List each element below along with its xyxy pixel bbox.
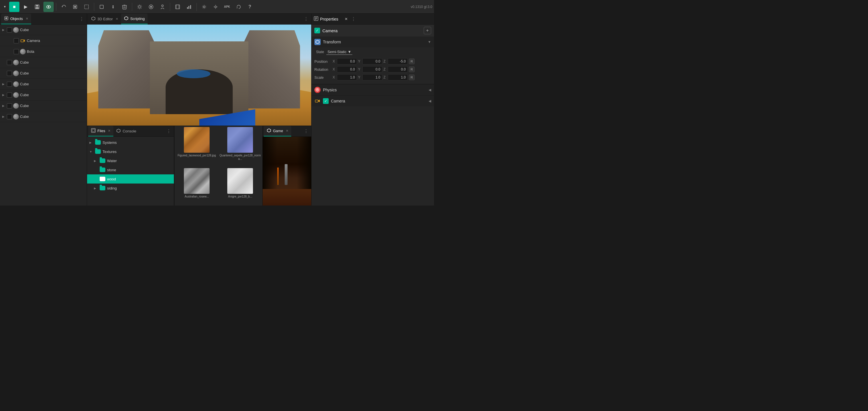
game-viewport[interactable] <box>263 137 311 205</box>
camera-add-button[interactable]: + <box>424 27 431 34</box>
table-row[interactable]: Bola <box>0 46 87 57</box>
list-item[interactable]: Anigre_pxr128_b... <box>219 168 261 204</box>
gear-button[interactable] <box>199 2 209 12</box>
scale-label: Scale <box>314 75 332 80</box>
obj-check-2[interactable] <box>14 38 19 43</box>
camera-button[interactable] <box>146 2 156 12</box>
obj-label-2: Camera <box>27 38 86 43</box>
table-row[interactable]: Camera <box>0 35 87 46</box>
rotation-z-input[interactable] <box>388 66 408 72</box>
camera-check[interactable]: ✓ <box>314 28 320 33</box>
table-row[interactable]: ▶ Cube <box>0 25 87 35</box>
folder-wood[interactable]: wood <box>87 175 174 184</box>
game-character <box>285 164 287 185</box>
folder-water[interactable]: ▶ Water <box>87 156 174 165</box>
obj-icon-8 <box>13 103 19 109</box>
files-tab-more[interactable]: ⋮ <box>165 128 173 134</box>
folder-siding-label: siding <box>107 186 117 190</box>
refresh-button[interactable] <box>233 2 244 12</box>
play-button[interactable]: ▶ <box>21 2 31 12</box>
asset-thumb-3 <box>184 168 210 194</box>
folder-textures[interactable]: ▼ Textures <box>87 147 174 156</box>
rotation-x-input[interactable] <box>337 66 357 72</box>
tab-scripting[interactable]: Scripting <box>121 14 148 24</box>
table-row[interactable]: Cube <box>0 68 87 79</box>
scale-button[interactable] <box>70 2 80 12</box>
obj-arrow-9: ▶ <box>1 115 6 118</box>
game-tab-more[interactable]: ⋮ <box>302 128 310 134</box>
chart-button[interactable] <box>184 2 194 12</box>
obj-check-5[interactable] <box>7 71 12 76</box>
position-r-button[interactable]: R <box>409 59 414 64</box>
transform-section-header[interactable]: Transform ▼ <box>311 36 434 48</box>
rotation-r-button[interactable]: R <box>409 66 414 72</box>
scale-x-input[interactable] <box>337 74 357 81</box>
rotate-button[interactable] <box>59 2 69 12</box>
screen-button[interactable] <box>173 2 183 12</box>
game-tab-label: Game <box>273 129 283 133</box>
position-x-input[interactable] <box>337 58 357 64</box>
camera-section[interactable]: ✓ Camera ◀ <box>311 95 434 106</box>
camera-section-check[interactable]: ✓ <box>323 98 329 104</box>
tab-objects[interactable]: Objects ✕ <box>1 14 31 24</box>
select-button[interactable] <box>82 2 92 12</box>
scale-y-input[interactable] <box>362 74 382 81</box>
pan-button[interactable] <box>108 2 118 12</box>
objects-tab-more[interactable]: ⋮ <box>78 16 86 22</box>
svg-marker-5 <box>62 6 63 7</box>
help-button[interactable]: ? <box>245 2 255 12</box>
table-row[interactable]: ▶ Cube <box>0 79 87 90</box>
list-item[interactable]: Figured_lacewood_pxr128.jpg <box>176 127 218 167</box>
tab-console[interactable]: Console <box>113 126 139 136</box>
table-row[interactable]: ▶ Cube <box>0 90 87 100</box>
position-z-input[interactable] <box>388 58 408 64</box>
obj-check-7[interactable] <box>7 92 12 98</box>
person-button[interactable] <box>157 2 167 12</box>
apk-button[interactable]: APK <box>222 2 232 12</box>
properties-tab-close[interactable]: ✕ <box>345 17 348 21</box>
delete-button[interactable] <box>119 2 130 12</box>
obj-check-3[interactable] <box>14 49 19 54</box>
position-y-input[interactable] <box>362 58 382 64</box>
stop-button[interactable]: ■ <box>9 2 20 12</box>
folder-stone[interactable]: stone <box>87 165 174 175</box>
obj-check-8[interactable] <box>7 103 12 108</box>
tab-3d-editor[interactable]: 3D Editor ✕ <box>88 14 121 24</box>
obj-icon-7 <box>13 92 19 98</box>
tab-files[interactable]: Files ✕ <box>88 126 113 136</box>
scale-z-input[interactable] <box>388 74 408 81</box>
obj-check-6[interactable] <box>7 82 12 87</box>
tab-game[interactable]: Game ✕ <box>264 126 291 136</box>
dropdown-arrow-btn[interactable]: ▼ <box>2 2 8 12</box>
light-button[interactable] <box>134 2 145 12</box>
obj-check-9[interactable] <box>7 114 12 119</box>
state-dropdown[interactable]: Semi-Static ▼ <box>327 49 352 55</box>
scale-r-button[interactable]: R <box>409 74 414 80</box>
list-item[interactable]: Australian_rosew... <box>176 168 218 204</box>
eye-button[interactable] <box>43 2 54 12</box>
properties-more-btn[interactable]: ⋮ <box>349 16 358 22</box>
objects-tab-close[interactable]: ✕ <box>26 17 28 21</box>
editor-area: 3D Editor ✕ Scripting ⋮ <box>87 14 311 126</box>
folder-systems[interactable]: ▶ Systems <box>87 138 174 147</box>
obj-label-8: Cube <box>20 104 86 108</box>
svg-line-17 <box>138 5 138 5</box>
3d-editor-tab-close[interactable]: ✕ <box>116 17 118 21</box>
table-row[interactable]: ▶ Cube <box>0 100 87 111</box>
settings-button[interactable] <box>211 2 221 12</box>
move-button[interactable] <box>96 2 107 12</box>
folder-siding[interactable]: ▶ siding <box>87 184 174 193</box>
save-button[interactable] <box>32 2 42 12</box>
physics-section[interactable]: Physics ◀ <box>311 84 434 95</box>
3d-viewport[interactable] <box>87 25 311 126</box>
files-tab-close[interactable]: ✕ <box>108 129 111 133</box>
obj-check-4[interactable] <box>7 60 12 65</box>
game-tab-close[interactable]: ✕ <box>286 129 288 133</box>
editor-tab-more[interactable]: ⋮ <box>302 16 310 22</box>
obj-check-1[interactable] <box>7 27 12 33</box>
transform-section: Transform ▼ State Semi-Static ▼ Position… <box>311 36 434 84</box>
table-row[interactable]: Cube <box>0 57 87 68</box>
rotation-y-input[interactable] <box>362 66 382 72</box>
list-item[interactable]: Quartered_sepele_pxr128_norma... <box>219 127 261 167</box>
table-row[interactable]: ▶ Cube <box>0 111 87 122</box>
